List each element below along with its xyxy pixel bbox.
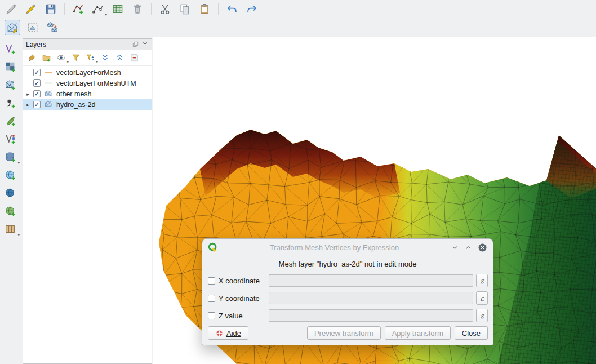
add-line-feature-button[interactable]: [71, 2, 86, 16]
expand-all-button[interactable]: [99, 52, 111, 64]
dropdown-caret-icon[interactable]: ▾: [96, 60, 98, 64]
current-edits-button[interactable]: [4, 2, 19, 16]
manage-map-themes-button[interactable]: ▾: [55, 52, 67, 64]
delete-selected-button[interactable]: [130, 2, 145, 16]
modify-attributes-button[interactable]: [110, 2, 125, 16]
layers-panel-titlebar: Layers: [23, 39, 152, 50]
remove-layer-icon: [130, 53, 139, 63]
mesh-sym-icon: [43, 90, 54, 98]
dropdown-caret-icon[interactable]: ▾: [17, 161, 20, 165]
x-coordinate-expression-input[interactable]: [269, 274, 473, 287]
filter-legend-by-expression-button[interactable]: ▾: [84, 52, 96, 64]
add-database-layer-button[interactable]: ▾: [3, 150, 18, 165]
z-value-expression-input[interactable]: [269, 309, 473, 322]
add-database-layer-icon: [5, 151, 17, 163]
current-edits-icon: [5, 3, 17, 15]
y-coordinate-expression-builder-button[interactable]: ε: [476, 291, 488, 305]
add-tile-layer-icon: [5, 223, 17, 236]
y-coordinate-checkbox[interactable]: [208, 295, 215, 302]
copy-features-icon: [179, 3, 191, 15]
manage-map-themes-icon: [56, 53, 66, 63]
dropdown-caret-icon[interactable]: ▾: [105, 12, 107, 16]
add-delimited-text-layer-button[interactable]: [3, 96, 18, 110]
add-group-icon: [42, 53, 51, 63]
add-raster-layer-button[interactable]: [3, 60, 18, 74]
layer-item[interactable]: ▸✓other mesh: [23, 88, 152, 99]
add-vector-layer-button[interactable]: [3, 42, 18, 56]
toggle-editing-button[interactable]: [24, 2, 38, 16]
add-virtual-layer-button[interactable]: [3, 132, 18, 147]
transform-mesh-vertices-icon: [46, 21, 59, 34]
add-wfs-layer-button[interactable]: [3, 204, 18, 219]
layers-panel-toolbar: ▾▾: [23, 50, 152, 66]
add-virtual-layer-icon: [5, 133, 17, 145]
select-mesh-elements-icon: [26, 21, 39, 34]
layer-label: vectorLayerForMesh: [56, 69, 121, 77]
x-coordinate-label: X coordinate: [219, 277, 260, 285]
expand-all-icon: [100, 53, 110, 63]
add-wms-layer-icon: [5, 169, 17, 181]
select-mesh-elements-button[interactable]: [25, 20, 40, 35]
dropdown-caret-icon[interactable]: ▾: [17, 233, 20, 237]
open-layer-styling-panel-button[interactable]: [26, 52, 38, 64]
add-wms-layer-button[interactable]: [3, 168, 18, 183]
collapse-all-button[interactable]: [114, 52, 126, 64]
dialog-titlebar[interactable]: Transform Mesh Vertices by Expression: [202, 239, 493, 256]
edit-mode-message: Mesh layer "hydro_as-2d" not in edit mod…: [202, 260, 493, 268]
close-panel-icon[interactable]: [141, 41, 149, 48]
line-green-icon: [43, 79, 54, 87]
save-layer-edits-button[interactable]: [43, 2, 58, 16]
layer-item[interactable]: ▸✓hydro_as-2d: [23, 99, 152, 110]
layer-visibility-checkbox[interactable]: ✓: [33, 101, 41, 108]
dialog-close-icon[interactable]: [477, 242, 488, 253]
toggle-editing-icon: [25, 3, 37, 15]
vertex-tool-button[interactable]: ▾: [91, 2, 105, 16]
transform-mesh-vertices-button[interactable]: [45, 20, 60, 35]
remove-layer-button[interactable]: [128, 52, 140, 64]
x-coordinate-expression-builder-button[interactable]: ε: [476, 274, 488, 287]
dialog-shade-icon[interactable]: [464, 243, 473, 252]
toolbar-separator: [151, 3, 152, 15]
expand-arrow-icon[interactable]: ▸: [25, 91, 31, 97]
dropdown-caret-icon[interactable]: ▾: [66, 60, 69, 64]
undo-button[interactable]: [225, 2, 239, 16]
layers-panel: Layers ▾▾ ✓vectorLayerForMesh✓vectorLaye…: [23, 38, 152, 364]
redo-button[interactable]: [244, 2, 259, 16]
redo-icon: [246, 3, 258, 15]
cut-features-icon: [159, 3, 171, 15]
layer-item[interactable]: ✓vectorLayerForMesh: [23, 67, 152, 78]
digitizing-toolbar: ▾: [0, 0, 596, 18]
open-layer-styling-panel-icon: [27, 53, 37, 63]
y-coordinate-expression-input[interactable]: [269, 292, 473, 304]
layer-item[interactable]: ✓vectorLayerForMeshUTM: [23, 78, 152, 88]
filter-legend-button[interactable]: [70, 52, 82, 64]
preview-transform-button[interactable]: Preview transform: [307, 326, 381, 340]
layer-visibility-checkbox[interactable]: ✓: [33, 79, 41, 87]
z-value-expression-builder-button[interactable]: ε: [476, 309, 488, 322]
z-value-label-group: Z value: [208, 312, 269, 320]
paste-features-icon: [198, 3, 211, 15]
apply-transform-button[interactable]: Apply transform: [385, 326, 451, 340]
add-tile-layer-button[interactable]: ▾: [3, 222, 18, 237]
help-button[interactable]: Aide: [208, 326, 248, 340]
z-value-checkbox[interactable]: [208, 312, 215, 319]
add-spatialite-layer-button[interactable]: [3, 114, 18, 128]
qgis-window: { "colors": { "toolbar_bg": "#eff0f1", "…: [0, 0, 596, 364]
layer-visibility-checkbox[interactable]: ✓: [33, 90, 41, 97]
copy-features-button[interactable]: [177, 2, 192, 16]
add-group-button[interactable]: [41, 52, 52, 64]
dialog-button-row: AidePreview transformApply transformClos…: [208, 326, 488, 340]
layer-visibility-checkbox[interactable]: ✓: [33, 69, 41, 76]
digitize-mesh-elements-button[interactable]: [5, 20, 20, 35]
filter-legend-icon: [71, 53, 81, 63]
float-panel-icon[interactable]: [132, 41, 139, 48]
dialog-minimize-icon[interactable]: [450, 243, 460, 252]
x-coordinate-checkbox[interactable]: [208, 277, 215, 285]
add-mesh-layer-button[interactable]: [3, 78, 18, 92]
add-wcs-layer-button[interactable]: [3, 186, 18, 201]
expand-arrow-icon[interactable]: ▸: [25, 102, 31, 108]
cut-features-button[interactable]: [158, 2, 172, 16]
close-dialog-button[interactable]: Close: [455, 326, 488, 340]
paste-features-button[interactable]: [197, 2, 212, 16]
x-coordinate-label-group: X coordinate: [208, 277, 269, 285]
